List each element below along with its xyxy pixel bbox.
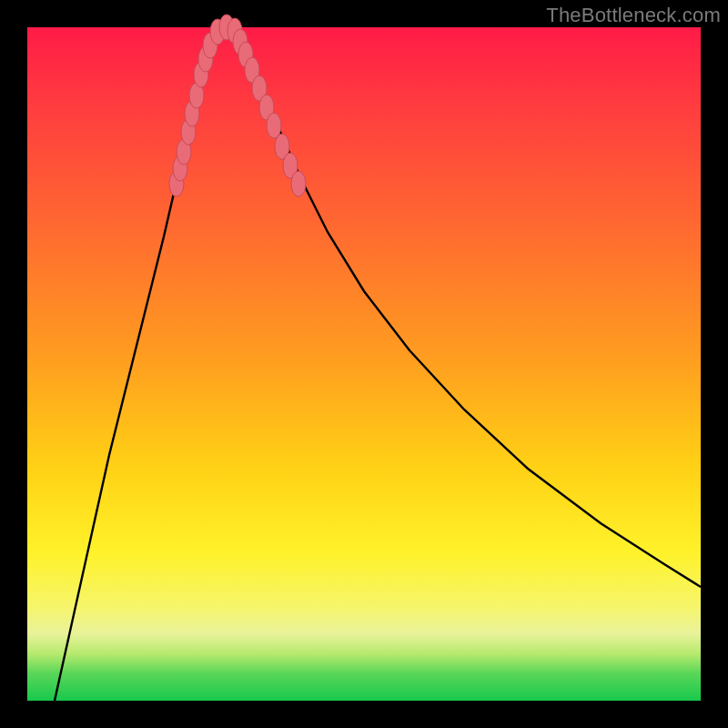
highlight-markers [169,15,306,197]
right-curve [232,27,701,587]
left-curve [55,27,223,701]
chart-frame: TheBottleneck.com [0,0,728,728]
plot-area [27,27,701,701]
highlight-marker [291,171,306,197]
watermark-text: TheBottleneck.com [546,4,721,27]
chart-svg [27,27,701,701]
